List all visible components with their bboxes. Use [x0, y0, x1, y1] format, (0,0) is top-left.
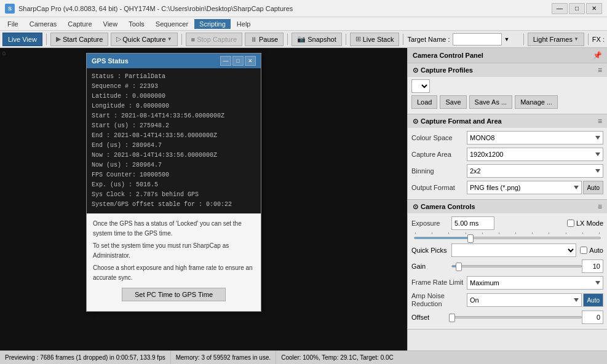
colour-space-select[interactable]: MONO8: [467, 131, 603, 144]
save-profile-button[interactable]: Save: [440, 95, 466, 109]
amp-noise-select[interactable]: On: [467, 293, 582, 307]
tick-6: [499, 232, 499, 234]
controls-menu-icon[interactable]: ≡: [598, 202, 602, 211]
offset-value-input[interactable]: [582, 311, 603, 324]
target-name-input[interactable]: [453, 33, 502, 46]
gps-sysclock-line: Sys Clock : 2.787s behind GPS: [92, 190, 256, 200]
menu-file[interactable]: File: [2, 19, 23, 29]
gps-titlebar: GPS Status — □ ✕: [87, 53, 261, 68]
gps-now-line: Now : 2021-08-14T14:33:56.0000000Z: [92, 151, 256, 160]
capture-format-header[interactable]: ⊙ Capture Format and Area ≡: [408, 114, 607, 128]
app-icon: S: [5, 4, 15, 14]
gain-row: Gain: [411, 259, 603, 274]
gps-latitude-line: Latitude : 0.0000000: [92, 92, 256, 101]
amp-noise-label: Amp Noise Reduction: [411, 292, 467, 308]
gps-close-button[interactable]: ✕: [245, 56, 256, 66]
profiles-chevron-icon: ⊙: [413, 66, 418, 74]
light-frames-button[interactable]: Light Frames ▼: [528, 33, 584, 46]
quick-picks-auto-checkbox[interactable]: [580, 247, 587, 254]
menu-tools[interactable]: Tools: [124, 19, 149, 29]
load-profile-button[interactable]: Load: [411, 95, 437, 109]
close-button[interactable]: ✕: [586, 3, 602, 14]
gps-minimize-button[interactable]: —: [220, 56, 231, 66]
gps-restore-button[interactable]: □: [232, 56, 244, 66]
panel-title-text: Camera Control Panel: [413, 52, 483, 59]
gain-slider-track[interactable]: [451, 265, 582, 267]
menu-help[interactable]: Help: [232, 19, 256, 29]
gain-value-input[interactable]: [582, 259, 603, 273]
offset-row: Offset: [411, 310, 603, 325]
camera-controls-header[interactable]: ⊙ Camera Controls ≡: [408, 200, 607, 213]
quick-capture-button[interactable]: ▷ Quick Capture ▼: [111, 33, 177, 46]
format-chevron-icon: ⊙: [413, 117, 418, 125]
live-view-label: Live View: [8, 36, 37, 43]
quick-picks-select[interactable]: [451, 243, 576, 257]
profiles-menu-icon[interactable]: ≡: [598, 66, 602, 74]
profile-select[interactable]: [411, 79, 430, 93]
panel-pin-icon[interactable]: 📌: [593, 51, 602, 60]
menu-cameras[interactable]: Cameras: [25, 19, 62, 29]
format-menu-icon[interactable]: ≡: [598, 117, 602, 125]
maximize-button[interactable]: □: [569, 3, 585, 14]
start-capture-label: Start Capture: [63, 36, 103, 43]
binning-select[interactable]: 2x2: [467, 164, 603, 178]
stop-capture-button[interactable]: ■ Stop Capture: [186, 33, 242, 46]
gps-set-time-button[interactable]: Set PC Time to GPS Time: [122, 288, 226, 301]
fx-label: FX :: [592, 36, 605, 43]
frame-rate-select[interactable]: Maximum: [467, 276, 603, 290]
save-as-profile-button[interactable]: Save As ...: [469, 95, 513, 109]
gps-status-line: Status : PartialData: [92, 72, 256, 82]
start-capture-button[interactable]: ▶ Start Capture: [50, 33, 108, 46]
stop-capture-label: Stop Capture: [197, 36, 237, 43]
live-view-button[interactable]: Live View: [2, 33, 42, 46]
gain-label: Gain: [411, 263, 451, 270]
capture-profiles-section: ⊙ Capture Profiles ≡ Load Save Save As .…: [408, 63, 607, 114]
menu-view[interactable]: View: [98, 19, 123, 29]
window-title: SharpCap Pro (v4.0.8083, 64 bit) - QHY17…: [18, 5, 552, 12]
quick-picks-auto: Auto: [580, 247, 603, 254]
lx-mode-container: LX Mode: [567, 220, 603, 227]
capture-area-label: Capture Area: [411, 151, 467, 158]
gps-fps-line: FPS Counter: 10000500: [92, 170, 256, 180]
capture-profiles-title: ⊙ Capture Profiles: [413, 66, 473, 74]
manage-profile-button[interactable]: Manage ...: [515, 95, 558, 109]
tick-10: [566, 232, 566, 234]
capture-profiles-header[interactable]: ⊙ Capture Profiles ≡: [408, 63, 607, 77]
status-memory-text: Memory: 3 of 59592 frames in use.: [176, 354, 271, 361]
gps-start-us-line: Start (us) : 275948.2: [92, 121, 256, 131]
frame-rate-label: Frame Rate Limit: [411, 279, 467, 287]
gps-end-line: End : 2021-08-14T14:33:56.0000000Z: [92, 131, 256, 141]
quick-picks-auto-label: Auto: [589, 247, 603, 254]
toolbar: Live View ▶ Start Capture ▷ Quick Captur…: [0, 31, 607, 48]
snapshot-button[interactable]: 📷 Snapshot: [292, 33, 341, 46]
output-format-label: Output Format: [411, 184, 467, 191]
panel-title: Camera Control Panel 📌: [408, 48, 607, 63]
target-dropdown-arrow[interactable]: ▼: [504, 36, 510, 42]
pause-button[interactable]: ⏸ Pause: [245, 33, 284, 46]
menu-sequencer[interactable]: Sequencer: [151, 19, 193, 29]
offset-slider-thumb[interactable]: [449, 314, 455, 322]
lx-mode-checkbox[interactable]: [567, 220, 574, 227]
colour-space-label: Colour Space: [411, 134, 467, 141]
amp-noise-auto-button[interactable]: Auto: [583, 293, 603, 307]
menu-bar: File Cameras Capture View Tools Sequence…: [0, 17, 607, 31]
gps-title: GPS Status: [92, 57, 129, 65]
menu-capture[interactable]: Capture: [63, 19, 97, 29]
output-format-select[interactable]: PNG files (*.png): [467, 181, 582, 194]
exposure-slider-track[interactable]: [414, 237, 601, 239]
live-stack-button[interactable]: ⊞ Live Stack: [350, 33, 400, 46]
minimize-button[interactable]: —: [552, 3, 568, 14]
capture-format-title: ⊙ Capture Format and Area: [413, 117, 502, 125]
toolbar-sep-4: [346, 34, 346, 45]
exposure-input[interactable]: [451, 216, 494, 230]
capture-area-row: Capture Area 1920x1200: [411, 147, 603, 162]
exposure-slider-thumb[interactable]: [467, 234, 474, 243]
title-bar: S SharpCap Pro (v4.0.8083, 64 bit) - QHY…: [0, 0, 607, 17]
menu-scripting[interactable]: Scripting: [194, 19, 231, 29]
gain-slider-thumb[interactable]: [456, 263, 462, 271]
offset-slider-track[interactable]: [451, 316, 582, 318]
capture-area-select[interactable]: 1920x1200: [467, 148, 603, 161]
pause-label: Pause: [259, 36, 278, 43]
tick-12: [599, 232, 600, 234]
output-format-auto-button[interactable]: Auto: [583, 181, 603, 194]
